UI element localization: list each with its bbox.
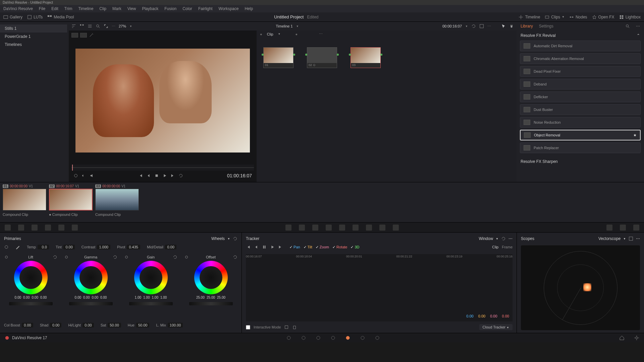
palette-icon-l-0[interactable] xyxy=(5,225,11,231)
menu-help[interactable]: Help xyxy=(245,6,253,11)
check-rotate[interactable]: ✓ Rotate xyxy=(332,245,347,249)
wheels-mode[interactable]: Wheels xyxy=(211,236,225,241)
palette-icon-c-4[interactable] xyxy=(339,225,345,231)
menu-mark[interactable]: Mark xyxy=(112,6,121,11)
param-lmix[interactable]: L. Mix100.00 xyxy=(156,323,183,327)
wheel-picker-icon[interactable] xyxy=(124,255,129,259)
wheel-picker-icon[interactable] xyxy=(64,255,69,259)
param-shad[interactable]: Shad0.00 xyxy=(40,323,62,327)
wand-icon[interactable] xyxy=(89,33,94,38)
home-icon[interactable] xyxy=(619,335,625,341)
clip-mode[interactable]: Clip xyxy=(267,32,273,36)
menu-playback[interactable]: Playback xyxy=(142,6,158,11)
clips-button[interactable]: Clips▼ xyxy=(545,15,565,19)
grab-icon[interactable] xyxy=(82,173,86,178)
palette-icon-c-1[interactable] xyxy=(299,225,305,231)
hand-icon[interactable] xyxy=(509,24,514,28)
param-hi/light[interactable]: Hi/Light0.00 xyxy=(68,323,94,327)
trk-first-icon[interactable] xyxy=(246,245,251,249)
fx-patch-replacer[interactable]: Patch Replacer xyxy=(520,142,641,153)
menu-davinci-resolve[interactable]: DaVinci Resolve xyxy=(3,6,33,11)
palette-icon-c-7[interactable] xyxy=(379,225,385,231)
fx-more-icon[interactable]: ⋯ xyxy=(636,24,640,28)
fx-noise-reduction[interactable]: Noise Reduction xyxy=(520,117,641,128)
picker-icon[interactable] xyxy=(4,245,9,249)
check-tilt[interactable]: ✓ Tilt xyxy=(304,245,312,249)
mute-icon[interactable] xyxy=(90,173,94,178)
scope-expand-icon[interactable] xyxy=(629,236,633,241)
settings-tab[interactable]: Settings xyxy=(539,24,553,28)
tracker-graph[interactable]: 00:00:16:0700:00:18:0400:00:20:0100:00:2… xyxy=(246,254,513,321)
tracker-reset-icon[interactable] xyxy=(501,236,506,241)
param-hue[interactable]: Hue50.00 xyxy=(128,323,150,327)
loop-icon[interactable] xyxy=(471,24,476,28)
node-01[interactable]: 01 xyxy=(263,47,293,68)
expand2-icon[interactable] xyxy=(479,24,484,28)
trk-last-icon[interactable] xyxy=(278,245,283,249)
clip-03[interactable]: 0300:00:00:00V1Compound Clip xyxy=(95,184,139,217)
stills-album[interactable]: Stills 1 xyxy=(0,24,67,33)
scope-type[interactable]: Vectorscope xyxy=(598,236,621,241)
fx-search-icon[interactable] xyxy=(625,24,630,28)
search-icon[interactable] xyxy=(96,24,100,28)
timelines-album[interactable]: Timelines xyxy=(0,41,67,49)
palette-icon-c-5[interactable] xyxy=(353,225,359,231)
wheel-reset-icon[interactable] xyxy=(233,255,237,259)
page-cut-icon[interactable] xyxy=(301,335,306,341)
palette-icon-c-0[interactable] xyxy=(285,225,291,231)
param-pivot[interactable]: Pivot0.435 xyxy=(117,245,140,249)
tracker-more-icon[interactable]: ⋯ xyxy=(508,236,513,241)
colorwheel-lift[interactable] xyxy=(14,261,48,294)
frame-toggle[interactable]: Frame xyxy=(502,245,513,249)
more2-icon[interactable]: ⋯ xyxy=(487,24,491,28)
node-02[interactable]: 02 ⊙ xyxy=(307,47,337,68)
param-contrast[interactable]: Contrast1.000 xyxy=(82,245,110,249)
fx-deflicker[interactable]: Deflicker xyxy=(520,92,641,102)
trk-play-icon[interactable] xyxy=(270,245,275,249)
reset-icon[interactable] xyxy=(233,236,237,241)
node-graph[interactable]: ● Clip ▼ ● ⋯ 0102 ⊙03 xyxy=(257,31,517,182)
wheel-picker-icon[interactable] xyxy=(184,255,189,259)
picker2-icon[interactable] xyxy=(15,245,20,249)
zoom-level[interactable]: 27% xyxy=(119,24,126,28)
page-fusion-icon[interactable] xyxy=(330,335,336,341)
more-icon[interactable]: ⋯ xyxy=(112,24,115,28)
check-pan[interactable]: ✓ Pan xyxy=(289,245,300,249)
gallery-button[interactable]: Gallery xyxy=(3,15,22,19)
fx-automatic-dirt-removal[interactable]: Automatic Dirt Removal xyxy=(520,41,641,51)
page-color-icon[interactable] xyxy=(345,335,351,341)
trk-pause-icon[interactable] xyxy=(262,245,267,249)
palette-icon-r-0[interactable] xyxy=(606,225,612,231)
param-mid/detail[interactable]: Mid/Detail0.00 xyxy=(147,245,176,249)
trk-prev-icon[interactable] xyxy=(254,245,259,249)
menu-workspace[interactable]: Workspace xyxy=(219,6,239,11)
menu-trim[interactable]: Trim xyxy=(64,6,72,11)
node-more-icon[interactable]: ⋯ xyxy=(319,32,323,36)
fx-object-removal[interactable]: Object Removal★ xyxy=(520,130,641,140)
menu-file[interactable]: File xyxy=(39,6,45,11)
window-mode[interactable]: Window xyxy=(479,236,493,241)
node-03[interactable]: 03 xyxy=(351,47,381,68)
interactive-checkbox[interactable] xyxy=(246,325,250,329)
palette-icon-l-1[interactable] xyxy=(18,225,24,231)
list-icon[interactable] xyxy=(88,24,92,28)
menu-fairlight[interactable]: Fairlight xyxy=(198,6,213,11)
timeline-name[interactable]: Timeline 1 xyxy=(276,24,292,28)
openfx-button[interactable]: Open FX xyxy=(592,15,614,19)
wheel-reset-icon[interactable] xyxy=(173,255,177,259)
fx-dead-pixel-fixer[interactable]: Dead Pixel Fixer xyxy=(520,66,641,77)
menu-color[interactable]: Color xyxy=(182,6,192,11)
loop2-icon[interactable] xyxy=(178,173,183,178)
palette-icon-c-6[interactable] xyxy=(366,225,372,231)
lightbox-button[interactable]: Lightbox xyxy=(619,15,641,19)
luts-button[interactable]: LUTs xyxy=(27,15,43,19)
page-media-icon[interactable] xyxy=(286,335,291,341)
colorwheel-gain[interactable] xyxy=(134,261,168,294)
viewer-timecode[interactable]: 00:00:16:07 xyxy=(442,24,462,28)
grid-icon[interactable] xyxy=(79,24,84,28)
bypass-icon[interactable] xyxy=(73,173,78,178)
palette-icon-r-1[interactable] xyxy=(620,225,626,231)
wheel-slider[interactable] xyxy=(129,302,173,305)
scope-more-icon[interactable]: ⋯ xyxy=(636,236,640,241)
scrubber[interactable] xyxy=(71,165,254,171)
